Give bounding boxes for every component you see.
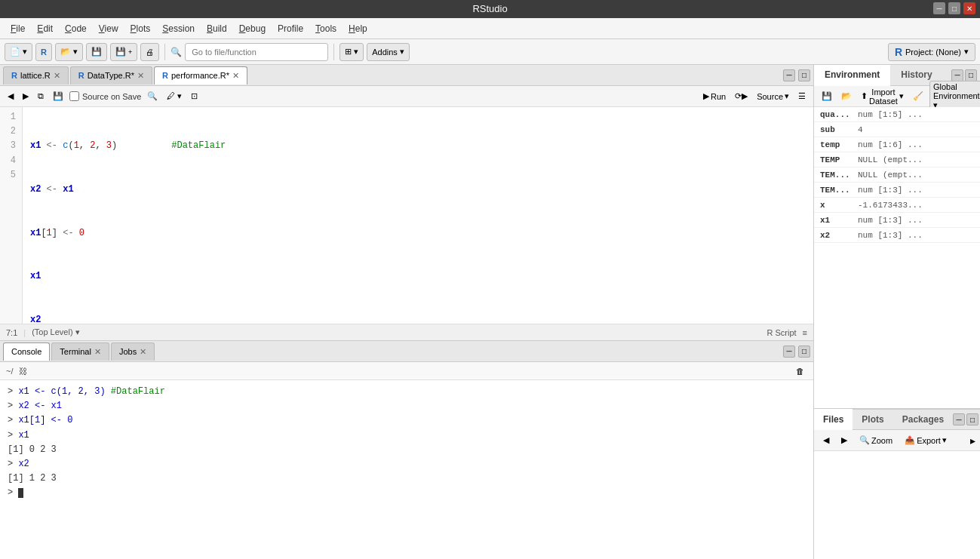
global-env-label: Global Environment [933,82,980,100]
terminal-close-icon[interactable]: ✕ [94,348,101,356]
tab-lattice-close[interactable]: ✕ [54,72,60,80]
tab-jobs[interactable]: Jobs ✕ [111,342,155,361]
options-icon: ≡ [803,328,807,337]
console-content[interactable]: > x1 <- c(1, 2, 3) #DataFlair > x2 <- x1… [0,380,813,559]
workspace-button[interactable]: ⊞ ▾ [339,43,364,61]
env-row-temp[interactable]: temp num [1:6] ... [814,137,980,152]
environment-section: Environment History ─ □ 💾 📂 ⬆ Import Dat… [814,65,980,408]
new-file-button[interactable]: 📄 ▾ [5,43,32,61]
env-save-button[interactable]: 💾 [819,90,835,103]
import-label: Import Dataset [869,88,898,106]
env-row-TEMP[interactable]: TEMP NULL (empt... [814,152,980,167]
env-row-TEM2[interactable]: TEM... num [1:3] ... [814,183,980,198]
files-collapse-button[interactable]: ─ [953,413,965,425]
tab-packages[interactable]: Packages [893,409,953,430]
tab-lattice-r[interactable]: R lattice.R ✕ [3,66,69,84]
save-all-button[interactable]: 💾+ [110,43,137,61]
jobs-close-icon[interactable]: ✕ [140,348,146,356]
code-content[interactable]: x1 <- c(1, 2, 3) #DataFlair x2 <- x1 x1[… [23,107,813,324]
tab-files[interactable]: Files [814,409,853,430]
menu-code[interactable]: Code [59,22,93,35]
console-section: Console Terminal ✕ Jobs ✕ ─ □ ~/ ⛓ [0,340,813,559]
menu-build[interactable]: Build [201,22,233,35]
menu-plots[interactable]: Plots [124,22,157,35]
save-editor-button[interactable]: 💾 [50,88,66,105]
env-row-x2[interactable]: x2 num [1:3] ... [814,228,980,243]
env-collapse-button[interactable]: ─ [951,69,963,81]
go-to-icon: 🔍 [171,47,182,57]
tab-performance-r[interactable]: R performance.R* ✕ [154,66,247,84]
tab-datatype-r[interactable]: R DataType.R* ✕ [70,66,152,84]
env-row-qua[interactable]: qua... num [1:5] ... [814,107,980,122]
files-expand-button[interactable]: □ [966,413,978,425]
menu-tools[interactable]: Tools [309,22,343,35]
env-clear-button[interactable]: 🧹 [910,90,926,103]
source-on-save-checkbox[interactable] [69,91,79,101]
console-collapse-button[interactable]: ─ [783,346,795,358]
r-project-icon-2: R [895,46,902,58]
editor-collapse-button[interactable]: ─ [783,69,795,81]
menu-file[interactable]: File [5,22,31,35]
back-button[interactable]: ◀ [5,88,17,105]
project-selector[interactable]: R Project: (None) ▾ [888,43,975,61]
import-icon: ⬆ [861,91,868,101]
close-button[interactable]: ✕ [963,2,975,14]
maximize-button[interactable]: □ [948,2,960,14]
options-button[interactable]: ☰ [795,88,809,105]
minimize-button[interactable]: ─ [933,2,945,14]
tab-environment[interactable]: Environment [814,65,890,86]
tab-performance-close[interactable]: ✕ [232,72,239,80]
code-tools-button[interactable]: 🖊 ▾ [164,88,185,105]
tab-console[interactable]: Console [3,342,50,361]
files-back-button[interactable]: ◀ [819,434,834,447]
packages-tab-label: Packages [902,414,944,425]
show-in-new-window-button[interactable]: ⧉ [35,88,47,105]
files-forward-button[interactable]: ▶ [837,434,852,447]
source-button[interactable]: Source ▾ [754,88,792,105]
menu-profile[interactable]: Profile [272,22,309,35]
import-dataset-button[interactable]: ⬆ Import Dataset ▾ [858,86,907,107]
run-button[interactable]: ▶ Run [700,88,729,105]
env-expand-button[interactable]: □ [965,69,977,81]
files-more-icon[interactable]: ▸ [970,435,975,447]
env-row-TEM1[interactable]: TEM... NULL (empt... [814,167,980,183]
plots-tab-label: Plots [862,414,883,425]
console-expand-button[interactable]: □ [798,346,810,358]
env-row-x[interactable]: x -1.6173433... [814,198,980,213]
zoom-button[interactable]: 🔍 Zoom [855,434,897,447]
addins-label: Addins [372,48,398,57]
console-clear-button[interactable]: 🗑 [793,363,807,379]
terminal-tab-label: Terminal [60,347,91,356]
export-button[interactable]: 📤 Export ▾ [900,434,951,447]
re-run-button[interactable]: ⟳▶ [732,88,751,105]
files-toolbar: ◀ ▶ 🔍 Zoom 📤 Export ▾ ▸ [814,430,980,451]
print-button[interactable]: 🖨 [140,43,159,61]
search-button[interactable]: 🔍 [144,88,161,105]
open-file-button[interactable]: 📂 ▾ [55,43,83,61]
menu-view[interactable]: View [93,22,124,35]
menu-session[interactable]: Session [156,22,201,35]
env-row-x1[interactable]: x1 num [1:3] ... [814,213,980,228]
open-project-button[interactable]: R [35,43,52,61]
console-tab-controls: ─ □ [783,346,810,358]
editor-expand-button[interactable]: □ [798,69,810,81]
left-panel: R lattice.R ✕ R DataType.R* ✕ R performa… [0,65,814,559]
menu-edit[interactable]: Edit [31,22,59,35]
menu-debug[interactable]: Debug [233,22,272,35]
tab-plots[interactable]: Plots [853,409,892,430]
env-row-sub[interactable]: sub 4 [814,122,980,137]
goto-input[interactable] [185,43,328,61]
save-button[interactable]: 💾 [86,43,107,61]
code-editor[interactable]: 1 2 3 4 5 x1 <- c(1, 2, 3) #DataFlair x2… [0,107,813,324]
env-load-button[interactable]: 📂 [838,90,855,103]
tab-datatype-close[interactable]: ✕ [137,72,144,80]
addins-button[interactable]: Addins ▾ [367,43,410,61]
console-path-icon[interactable]: ⛓ [19,367,27,376]
forward-button[interactable]: ▶ [20,88,32,105]
menu-help[interactable]: Help [343,22,373,35]
zoom-label: Zoom [871,436,892,445]
tab-terminal[interactable]: Terminal ✕ [51,342,109,361]
compile-button[interactable]: ⊡ [188,88,201,105]
scope-indicator[interactable]: (Top Level) ▾ [32,327,79,337]
script-type[interactable]: R Script [766,328,796,337]
